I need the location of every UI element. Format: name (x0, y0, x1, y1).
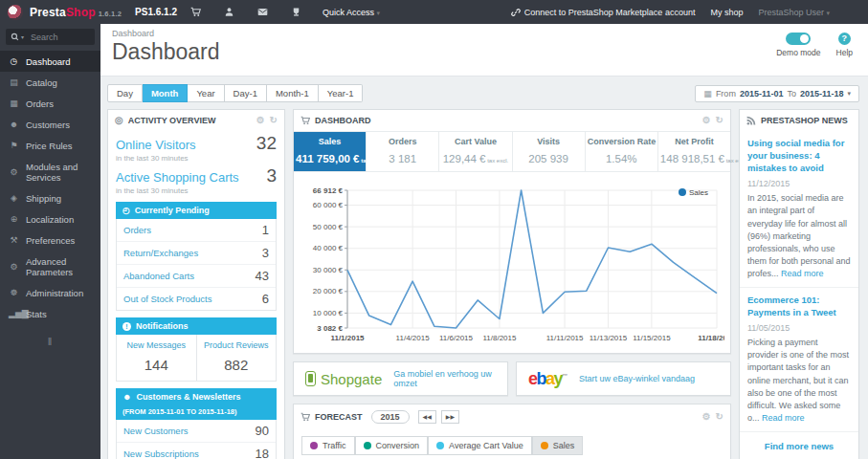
range-tab-year[interactable]: Year (188, 84, 224, 102)
sidebar-item-dashboard[interactable]: ◷Dashboard (0, 51, 100, 72)
activity-column: ◎ ACTIVITY OVERVIEW ⚙ ↻ Online Visitors … (107, 109, 285, 459)
active-carts-link[interactable]: Active Shopping Carts (116, 170, 239, 185)
customers-range-subtitle: (FROM 2015-11-01 TO 2015-11-18) (122, 407, 270, 416)
cart-icon[interactable] (190, 7, 201, 17)
prestashop-logo-icon (8, 5, 23, 20)
news-article-title[interactable]: Ecommerce 101: Payments in a Tweet (747, 295, 851, 319)
range-tab-day[interactable]: Day (107, 84, 143, 102)
range-tab-year-1[interactable]: Year-1 (319, 84, 364, 102)
sales-chart-container: 66 912 €60 000 €50 000 €40 000 €30 000 €… (294, 172, 730, 353)
sales-dot-icon (541, 442, 548, 449)
range-tab-month-1[interactable]: Month-1 (267, 84, 319, 102)
stat-value: 6 (262, 292, 269, 306)
news-article-date: 11/05/2015 (747, 323, 851, 333)
sidebar-item-shipping[interactable]: ◈Shipping (0, 187, 100, 208)
kpi-orders[interactable]: Orders3 181 (367, 132, 439, 171)
stat-link-abandoned-carts[interactable]: Abandoned Carts (123, 271, 194, 281)
cart-icon (300, 412, 310, 422)
my-shop-link[interactable]: My shop (710, 8, 743, 17)
refresh-icon[interactable]: ↻ (716, 412, 723, 422)
notification-cell-new-messages[interactable]: New Messages144 (117, 335, 196, 381)
kpi-visits[interactable]: Visits205 939 (513, 132, 586, 171)
sidebar-item-stats[interactable]: ▂▅▇Stats (0, 303, 100, 324)
sidebar-item-modules-and-services[interactable]: ⚙Modules and Services (0, 156, 100, 187)
forecast-legend-average-cart-value[interactable]: Average Cart Value (428, 436, 532, 455)
sidebar-item-localization[interactable]: ⊕Localization (0, 208, 100, 230)
kpi-value: 3 181 (368, 153, 436, 164)
gear-icon[interactable]: ⚙ (256, 116, 265, 125)
user-avatar[interactable] (845, 5, 860, 20)
stat-value: 1 (262, 223, 269, 237)
stat-link-new-customers[interactable]: New Customers (123, 426, 189, 436)
localization-icon: ⊕ (9, 214, 19, 224)
marketplace-connect-link[interactable]: Connect to PrestaShop Marketplace accoun… (511, 8, 696, 17)
sidebar-item-administration[interactable]: ☸Administration (0, 282, 100, 303)
refresh-icon[interactable]: ↻ (716, 116, 723, 125)
demo-mode-label: Demo mode (776, 48, 820, 57)
range-tab-day-1[interactable]: Day-1 (225, 84, 267, 102)
refresh-icon[interactable]: ↻ (270, 116, 278, 125)
kpi-cart-value[interactable]: Cart Value129,44 € tax excl. (439, 132, 512, 171)
stat-row: Orders1 (117, 219, 276, 242)
kpi-conversion-rate[interactable]: Conversion Rate1.54% (586, 132, 658, 171)
svg-text:Sales: Sales (689, 188, 708, 197)
demo-mode-toggle[interactable] (786, 33, 811, 45)
forecast-panel-title: FORECAST (315, 412, 363, 422)
badges-icon[interactable] (291, 7, 301, 17)
gear-icon[interactable]: ⚙ (702, 116, 711, 125)
orders-icon: ▦ (9, 98, 19, 108)
news-article-title[interactable]: Using social media for your business: 4 … (747, 138, 851, 174)
find-more-news-link[interactable]: Find more news (740, 432, 858, 459)
online-visitors-link[interactable]: Online Visitors (116, 138, 196, 152)
activity-panel-header: ◎ ACTIVITY OVERVIEW ⚙ ↻ (108, 110, 284, 131)
date-range-picker[interactable]: ▦ From 2015-11-01 To 2015-11-18 ▾ (695, 85, 859, 102)
stat-link-new-subscriptions[interactable]: New Subscriptions (123, 448, 199, 459)
news-article-excerpt: In 2015, social media are an integral pa… (747, 192, 851, 279)
ebay-letter: e (528, 369, 537, 388)
brand: PrestaShop1.6.1.2 (30, 6, 122, 19)
sidebar-item-orders[interactable]: ▦Orders (0, 93, 100, 114)
forecast-next-button[interactable]: ▶▶ (441, 410, 459, 424)
notification-cell-product-reviews[interactable]: Product Reviews882 (196, 335, 277, 381)
stat-link-return-exchanges[interactable]: Return/Exchanges (123, 248, 198, 258)
forecast-legend-sales[interactable]: Sales (532, 436, 584, 455)
sidebar-item-advanced-parameters[interactable]: ⚙Advanced Parameters (0, 251, 100, 282)
sidebar-item-catalog[interactable]: ▤Catalog (0, 72, 100, 93)
price-rules-icon: ⚑ (9, 141, 19, 150)
header-controls: Demo mode ? Help (776, 33, 853, 57)
search-input[interactable] (29, 32, 88, 43)
forecast-prev-button[interactable]: ◀◀ (418, 410, 436, 424)
read-more-link[interactable]: Read more (781, 269, 824, 278)
stat-link-out-of-stock-products[interactable]: Out of Stock Products (123, 294, 211, 304)
read-more-link[interactable]: Read more (762, 413, 805, 423)
sales-line-chart: 66 912 €60 000 €50 000 €40 000 €30 000 €… (301, 179, 724, 347)
breadcrumb[interactable]: Dashboard (112, 29, 857, 38)
forecast-legend-conversion[interactable]: Conversion (355, 436, 429, 455)
range-tab-month[interactable]: Month (143, 84, 189, 102)
online-visitors-subtitle: in the last 30 minutes (116, 154, 277, 163)
sidebar-item-label: Catalog (26, 77, 57, 88)
help-icon[interactable]: ? (838, 33, 851, 45)
sidebar-item-customers[interactable]: ☻Customers (0, 114, 100, 135)
dashboard-columns: ◎ ACTIVITY OVERVIEW ⚙ ↻ Online Visitors … (100, 109, 868, 459)
range-tabs: DayMonthYearDay-1Month-1Year-1 (107, 84, 363, 102)
stat-link-orders[interactable]: Orders (123, 225, 151, 235)
ebay-link[interactable]: Start uw eBay-winkel vandaag (579, 374, 695, 383)
sidebar-search[interactable]: ▾ (6, 29, 95, 45)
kpi-net-profit[interactable]: Net Profit148 918,51 € tax excl. (658, 132, 730, 171)
customer-icon[interactable] (224, 7, 234, 17)
notification-label: New Messages (119, 340, 194, 350)
svg-text:60 000 €: 60 000 € (313, 201, 344, 209)
forecast-legend-traffic[interactable]: Traffic (301, 436, 355, 455)
collapse-menu-icon[interactable]: ‖ (0, 336, 100, 347)
kpi-sales[interactable]: Sales411 759,00 € tax excl. (294, 132, 367, 171)
messages-icon[interactable] (257, 7, 268, 17)
gear-icon[interactable]: ⚙ (702, 412, 711, 422)
quick-access-menu[interactable]: Quick Access ▾ (323, 8, 380, 17)
sidebar-item-price-rules[interactable]: ⚑Price Rules (0, 135, 100, 156)
stat-value: 18 (256, 447, 269, 459)
sidebar-item-preferences[interactable]: ⚒Preferences (0, 230, 100, 251)
shopgate-link[interactable]: Ga mobiel en verhoog uw omzet (393, 369, 496, 388)
user-menu[interactable]: PrestaShop User ▾ (758, 8, 830, 17)
notification-label: Product Reviews (199, 340, 275, 350)
